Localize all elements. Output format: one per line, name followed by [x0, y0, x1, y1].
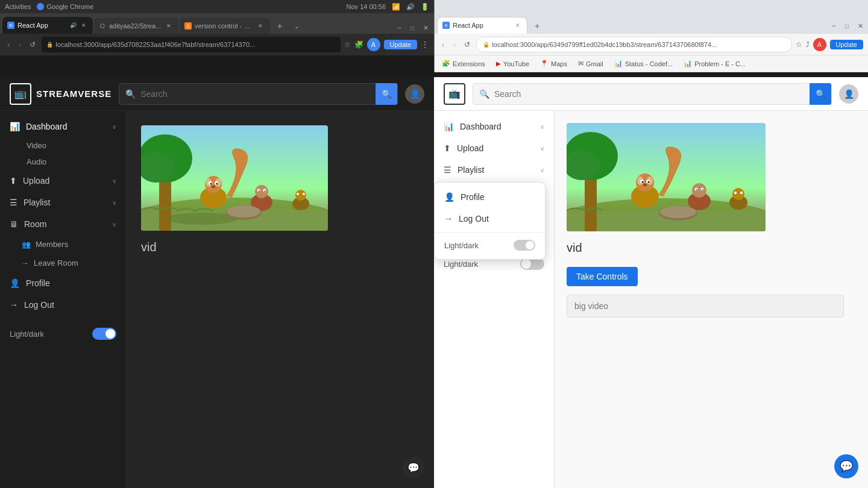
sidebar-item-upload[interactable]: ⬆ Upload ∨	[0, 170, 126, 192]
right-sidebar-item-playlist[interactable]: ☰ Playlist ∨	[434, 159, 554, 181]
left-search-bar[interactable]: 🔍 🔍	[119, 83, 398, 105]
take-controls-button[interactable]: Take Controls	[567, 267, 638, 286]
svg-point-17	[255, 185, 268, 198]
sidebar-sub-leave-room[interactable]: → Leave Room	[0, 254, 126, 272]
light-dark-toggle-left[interactable]: Light/dark	[0, 321, 126, 347]
maximize-btn[interactable]: □	[406, 22, 418, 34]
right-sidebar-item-dashboard[interactable]: 📊 Dashboard ∨	[434, 116, 554, 137]
playlist-chevron: ∨	[112, 199, 116, 206]
toggle-switch-right[interactable]	[520, 258, 544, 270]
left-logo: 📺 STREAMVERSE	[10, 83, 112, 105]
dropdown-light-dark-label: Light/dark	[444, 241, 479, 250]
star-icon-right[interactable]: ☆	[796, 40, 802, 49]
bookmark-maps[interactable]: 📍 Maps	[538, 58, 570, 69]
left-video-area: vid 💬	[127, 111, 434, 488]
bookmark-problem[interactable]: 📊 Problem - E - C...	[681, 58, 748, 69]
problem-icon: 📊	[684, 60, 692, 67]
search-input-left[interactable]	[140, 89, 371, 99]
sidebar-item-profile[interactable]: 👤 Profile	[0, 272, 126, 294]
minimize-btn[interactable]: −	[393, 22, 405, 34]
svg-point-54	[660, 206, 696, 218]
address-text-right: localhost:3000/app/6349d799ff1ed02b4dc19…	[492, 41, 717, 48]
menu-icon[interactable]: ⋮	[421, 40, 429, 49]
sidebar-item-room[interactable]: 🖥 Room ∨	[0, 213, 126, 235]
dropdown-item-profile[interactable]: 👤 Profile	[435, 186, 545, 208]
chat-button-right[interactable]: 💬	[834, 454, 858, 478]
minimize-btn-right[interactable]: −	[828, 20, 839, 31]
bookmark-youtube[interactable]: ▶ YouTube	[494, 59, 532, 69]
sidebar-sub-video[interactable]: Video	[0, 137, 126, 154]
close-btn-right[interactable]: ✕	[855, 20, 866, 31]
tabs-overflow-btn[interactable]: ⌄	[289, 18, 304, 34]
right-search-bar[interactable]: 🔍 🔍	[473, 83, 832, 105]
tab-react-app-right[interactable]: R React App ✕	[437, 17, 527, 34]
chat-icon-right: 💬	[840, 460, 853, 473]
account-right[interactable]: A	[813, 38, 826, 51]
reload-btn-right[interactable]: ↺	[462, 39, 473, 50]
tab-audio-icon: 🔊	[70, 22, 77, 28]
dropdown-item-logout[interactable]: → Log Out	[435, 208, 545, 230]
svg-point-50	[732, 188, 744, 200]
tab-close-so[interactable]: ✕	[258, 23, 263, 29]
back-btn-right[interactable]: ‹	[439, 39, 447, 51]
new-tab-btn-right[interactable]: +	[529, 18, 546, 34]
sidebar-sub-members[interactable]: 👥 Members	[0, 235, 126, 254]
star-icon[interactable]: ☆	[344, 40, 351, 49]
right-sidebar-item-upload[interactable]: ⬆ Upload ∨	[434, 137, 554, 159]
activities-label[interactable]: Activities	[5, 3, 31, 10]
address-bar-left[interactable]: 🔒 localhost:3000/app/635d7082253aa1f406e…	[42, 37, 340, 52]
svg-point-44	[692, 183, 706, 198]
sidebar-item-dashboard[interactable]: 📊 Dashboard ∨	[0, 116, 126, 137]
tab-title-left: React App	[17, 22, 67, 29]
address-bar-right[interactable]: 🔒 localhost:3000/app/6349d799ff1ed02b4dc…	[476, 37, 791, 52]
right-sidebar: 📊 Dashboard ∨ ⬆ Upload ∨ ☰ Playlist ∨ 🖥 …	[434, 111, 555, 488]
battery-icon: 🔋	[421, 3, 429, 11]
update-btn-right[interactable]: Update	[830, 40, 863, 49]
reload-btn[interactable]: ↺	[27, 39, 38, 50]
dropdown-light-dark[interactable]: Light/dark	[435, 235, 545, 255]
right-upload-icon: ⬆	[444, 143, 451, 153]
svg-point-52	[740, 192, 743, 194]
bookmark-status[interactable]: 📊 Status - Codef...	[612, 58, 675, 69]
forward-btn[interactable]: ›	[16, 39, 24, 51]
big-video-input[interactable]	[567, 295, 844, 318]
bookmark-gmail[interactable]: ✉ Gmail	[576, 58, 606, 69]
svg-point-41	[648, 181, 650, 183]
search-submit-right[interactable]: 🔍	[810, 83, 831, 105]
search-submit-left[interactable]: 🔍	[376, 83, 397, 105]
tab-close-gh[interactable]: ✕	[166, 23, 171, 29]
share-icon-right[interactable]: ⤴	[806, 40, 810, 49]
forward-btn-right[interactable]: ›	[451, 39, 459, 51]
tab-version-control[interactable]: S version control - How do... ✕	[180, 18, 270, 34]
tab-react-app-left[interactable]: R React App 🔊 ✕	[2, 17, 93, 34]
tab-title-gh: adityaa22/Streamverse-/	[109, 22, 163, 30]
close-btn[interactable]: ✕	[420, 22, 432, 34]
tab-close-right[interactable]: ✕	[514, 21, 522, 30]
right-avatar[interactable]: 👤	[839, 84, 858, 104]
tab-close-left[interactable]: ✕	[80, 21, 88, 30]
sidebar-item-logout[interactable]: → Log Out	[0, 294, 126, 316]
browser-name-label: Google Chrome	[37, 3, 93, 10]
maximize-btn-right[interactable]: □	[841, 20, 852, 31]
tab-title-right: React App	[453, 22, 511, 29]
dropdown-profile-icon: 👤	[444, 192, 454, 202]
bookmark-extensions[interactable]: 🧩 Extensions	[439, 58, 488, 69]
dropdown-toggle-switch[interactable]	[514, 240, 535, 251]
leave-room-icon: →	[22, 259, 29, 267]
back-btn[interactable]: ‹	[5, 39, 13, 51]
update-btn-left[interactable]: Update	[384, 40, 417, 49]
sidebar-sub-audio[interactable]: Audio	[0, 154, 126, 170]
new-tab-btn[interactable]: +	[271, 18, 288, 34]
upload-chevron: ∨	[112, 178, 116, 184]
tab-favicon-so: S	[184, 22, 192, 30]
sidebar-item-playlist[interactable]: ☰ Playlist ∨	[0, 192, 126, 213]
chat-button-left[interactable]: 💬	[403, 457, 424, 478]
right-dashboard-chevron: ∨	[540, 124, 544, 130]
extensions-icon[interactable]: 🧩	[354, 40, 363, 49]
tab-adityaa22[interactable]: ⬡ adityaa22/Streamverse-/ ✕	[94, 18, 178, 34]
toggle-switch-left[interactable]	[92, 328, 116, 340]
account-icon[interactable]: A	[367, 38, 380, 51]
left-avatar[interactable]: 👤	[405, 84, 424, 104]
members-icon: 👥	[22, 240, 31, 249]
search-input-right[interactable]	[494, 89, 805, 99]
